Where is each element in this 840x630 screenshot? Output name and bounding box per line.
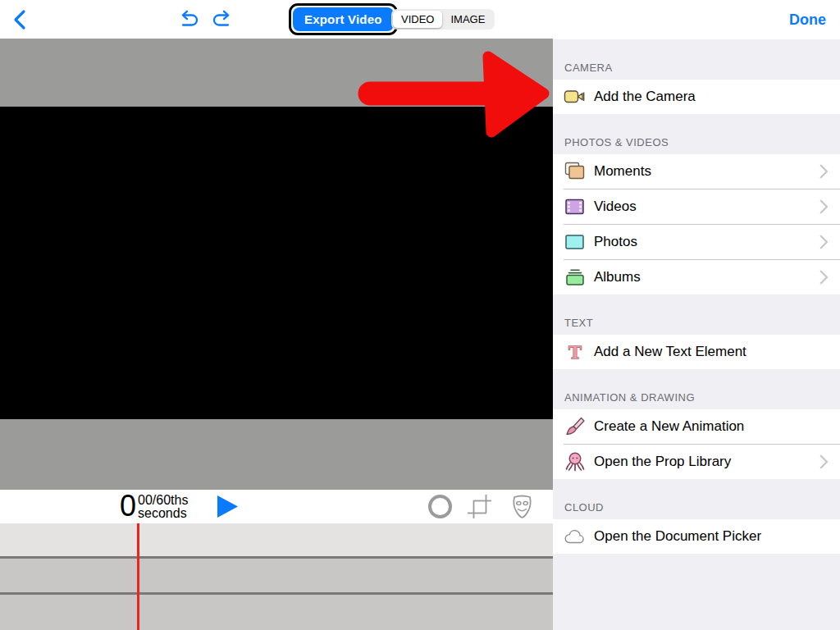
play-button[interactable]	[217, 495, 239, 522]
back-button[interactable]	[11, 9, 28, 34]
menu-item-label: Create a New Animation	[594, 418, 829, 435]
undo-icon	[177, 9, 200, 34]
stage-letterbox-top	[0, 39, 553, 107]
mask-tool-button[interactable]	[509, 493, 536, 523]
back-chevron-icon	[11, 9, 28, 34]
section-header-cloud: CLOUD	[553, 479, 840, 519]
done-button[interactable]: Done	[789, 11, 826, 29]
octopus-icon	[564, 451, 586, 472]
crop-tool-button[interactable]	[466, 493, 493, 523]
playback-control-bar: 0 00/60ths seconds	[0, 490, 553, 523]
timeline-playhead[interactable]	[137, 523, 139, 630]
menu-item-label: Albums	[594, 269, 819, 285]
chevron-right-icon	[819, 270, 829, 285]
chevron-right-icon	[819, 199, 829, 214]
menu-item-open-the-document-picker[interactable]: Open the Document Picker	[553, 519, 840, 554]
export-video-button[interactable]: Export Video	[293, 7, 394, 31]
add-element-panel: Done CAMERA Add the CameraPHOTOS & VIDEO…	[553, 0, 840, 630]
section-rows-cloud: Open the Document Picker	[553, 519, 840, 554]
circle-icon	[427, 509, 454, 523]
section-header-camera: CAMERA	[553, 39, 840, 80]
camera-icon	[564, 86, 586, 107]
chevron-right-icon	[819, 235, 829, 249]
frame-fraction: 00/60ths	[138, 494, 188, 507]
app-screen: Export Video VIDEO IMAGE 0 00/60ths seco…	[0, 0, 840, 630]
section-rows-photos-videos: Moments Videos Photos Albums	[553, 154, 840, 294]
frame-counter: 0	[120, 491, 136, 522]
menu-item-photos[interactable]: Photos	[553, 225, 840, 259]
chevron-right-icon	[819, 164, 829, 179]
shape-tool-button[interactable]	[427, 493, 454, 523]
top-toolbar: Export Video VIDEO IMAGE	[0, 0, 553, 39]
menu-item-label: Add a New Text Element	[594, 344, 829, 360]
menu-item-label: Photos	[594, 234, 819, 250]
section-header-text: TEXT	[553, 294, 840, 335]
chevron-right-icon	[819, 454, 829, 469]
menu-item-albums[interactable]: Albums	[553, 260, 840, 294]
menu-item-create-a-new-animation[interactable]: Create a New Animation	[553, 409, 840, 444]
frame-unit: seconds	[138, 507, 188, 519]
panel-menu: CAMERA Add the CameraPHOTOS & VIDEOS Mom…	[553, 39, 840, 630]
moments-icon	[564, 161, 586, 182]
stage-canvas[interactable]	[0, 107, 553, 419]
photos-icon	[564, 231, 586, 253]
timeline	[0, 523, 553, 630]
timeline-track-3[interactable]	[0, 595, 553, 630]
mask-icon	[509, 509, 536, 523]
time-counter: 0 00/60ths seconds	[120, 491, 188, 522]
brush-icon	[564, 416, 586, 437]
timeline-track-1[interactable]	[0, 523, 553, 556]
output-type-segmented-control: VIDEO IMAGE	[391, 9, 495, 30]
redo-button[interactable]	[211, 9, 234, 34]
videos-icon	[564, 196, 586, 217]
timeline-track-2[interactable]	[0, 559, 553, 592]
panel-toolbar: Done	[553, 0, 840, 39]
menu-item-label: Open the Prop Library	[594, 454, 819, 470]
menu-item-label: Open the Document Picker	[594, 528, 829, 545]
cloud-icon	[564, 526, 586, 547]
albums-icon	[564, 267, 586, 288]
menu-item-open-the-prop-library[interactable]: Open the Prop Library	[553, 445, 840, 479]
editor-area: Export Video VIDEO IMAGE 0 00/60ths seco…	[0, 0, 553, 630]
text-icon: T	[564, 341, 586, 363]
crop-icon	[466, 509, 493, 523]
play-icon	[217, 507, 239, 521]
menu-item-videos[interactable]: Videos	[553, 189, 840, 224]
menu-item-moments[interactable]: Moments	[553, 154, 840, 189]
redo-icon	[211, 9, 234, 34]
section-header-photos-videos: PHOTOS & VIDEOS	[553, 114, 840, 154]
section-rows-text: TAdd a New Text Element	[553, 335, 840, 369]
svg-text:T: T	[568, 341, 581, 363]
section-rows-camera: Add the Camera	[553, 80, 840, 114]
menu-item-add-a-new-text-element[interactable]: TAdd a New Text Element	[553, 335, 840, 369]
segment-video[interactable]: VIDEO	[393, 11, 442, 28]
undo-button[interactable]	[177, 9, 200, 34]
menu-item-label: Add the Camera	[594, 89, 829, 105]
menu-item-add-the-camera[interactable]: Add the Camera	[553, 80, 840, 114]
section-rows-animation-drawing: Create a New Animation Open the Prop Lib…	[553, 409, 840, 479]
menu-item-label: Videos	[594, 199, 819, 215]
export-video-focus-ring: Export Video	[289, 3, 398, 35]
segment-image[interactable]: IMAGE	[442, 11, 493, 28]
stage-letterbox-bottom	[0, 419, 553, 490]
menu-item-label: Moments	[594, 163, 819, 180]
section-header-animation-drawing: ANIMATION & DRAWING	[553, 369, 840, 409]
